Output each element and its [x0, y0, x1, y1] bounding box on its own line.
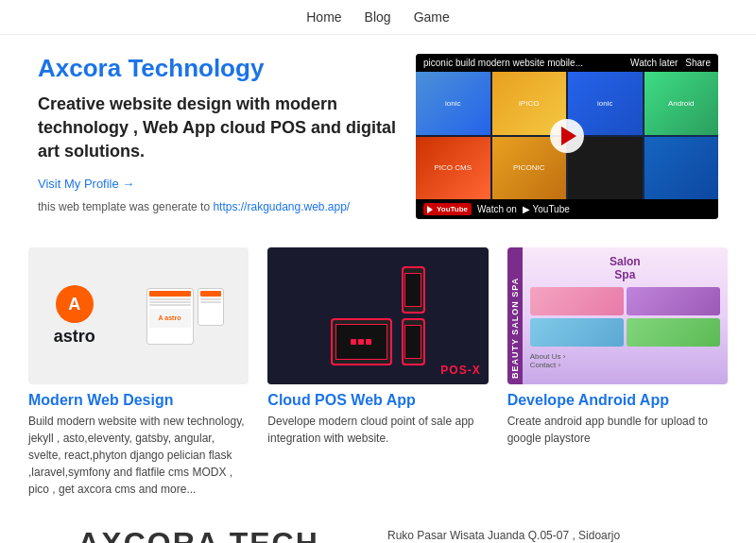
footer-contact: Ruko Pasar Wisata Juanda Q.05-07 , Sidoa…: [387, 526, 728, 543]
video-title: piconic build modern website mobile...: [423, 58, 630, 68]
video-container: piconic build modern website mobile... W…: [416, 54, 718, 219]
main-nav: Home Blog Game: [0, 0, 756, 35]
play-button[interactable]: [550, 119, 584, 153]
hero-title: Axcora Technology: [38, 54, 397, 83]
card-cloud-pos-desc: Develope modern cloud point of sale app …: [267, 413, 488, 447]
pos-phone-screen1: [404, 273, 421, 307]
pos-monitor-screen: [335, 324, 387, 360]
video-player[interactable]: piconic build modern website mobile... W…: [416, 54, 718, 219]
nav-game[interactable]: Game: [414, 9, 450, 25]
play-icon: [561, 127, 576, 145]
hero-section: Axcora Technology Creative website desig…: [0, 35, 756, 238]
salon-img2: [627, 287, 720, 315]
astro-screen-header: [149, 291, 191, 297]
hero-text: Axcora Technology Creative website desig…: [38, 54, 397, 213]
hero-tagline: Creative website design with modern tech…: [38, 93, 397, 164]
video-top-bar: piconic build modern website mobile... W…: [416, 54, 718, 72]
template-url-link[interactable]: https://rakgudang.web.app/: [213, 200, 350, 213]
video-bottom-bar: YouTube Watch on ▶ YouTube: [416, 199, 718, 219]
astro-mini-logo: A astro: [159, 314, 181, 321]
astro-small-line2: [200, 301, 221, 303]
astro-small-line1: [200, 298, 221, 300]
pos-phone-screen2: [404, 325, 421, 359]
card-android-desc: Create android app bundle for upload to …: [507, 413, 728, 447]
footer-address: Ruko Pasar Wisata Juanda Q.05-07 , Sidoa…: [387, 526, 728, 543]
salon-links: About Us › Contact ›: [530, 352, 720, 369]
template-note: this web template was generate to https:…: [38, 200, 397, 213]
card-modern-web-title: Modern Web Design: [28, 392, 249, 409]
astro-text: astro: [54, 327, 95, 347]
share-label[interactable]: Share: [685, 58, 711, 68]
salon-title: SalonSpa: [610, 255, 641, 281]
footer-logo: AXCORA TECH: [28, 526, 369, 543]
footer-section: AXCORA TECH Ruko Pasar Wisata Juanda Q.0…: [0, 507, 756, 543]
astro-small-screen: [198, 288, 224, 326]
card-modern-web-desc: Build modern website with new technology…: [28, 413, 249, 498]
salon-img4: [627, 318, 720, 347]
astro-logo: A: [56, 285, 94, 323]
watch-later-label[interactable]: Watch later: [630, 58, 678, 68]
salon-side-text: BEAUTY SALON SPA: [507, 247, 523, 384]
nav-home[interactable]: Home: [306, 9, 341, 25]
youtube-brand: ▶ YouTube: [523, 204, 570, 214]
pos-badge: POS-X: [440, 364, 480, 377]
pos-dot1: [351, 339, 356, 345]
visit-profile-link[interactable]: Visit My Profile →: [38, 177, 134, 191]
yt-play-icon: [427, 206, 433, 213]
youtube-logo: YouTube: [423, 203, 472, 215]
cards-section: A astro A astro: [0, 238, 756, 507]
pos-red-grid: [351, 339, 371, 345]
pos-dot2: [358, 339, 364, 345]
card-android-title: Develope Android App: [507, 392, 728, 409]
salon-right-content: SalonSpa About Us › Contact ›: [523, 247, 728, 384]
salon-img1: [530, 287, 624, 315]
card-modern-web: A astro A astro: [28, 247, 249, 498]
astro-screen-line1: [149, 298, 191, 300]
pos-monitor: [331, 318, 392, 365]
astro-small-header: [200, 291, 221, 297]
salon-img3: [530, 318, 624, 347]
youtube-text: YouTube: [437, 205, 468, 213]
nav-blog[interactable]: Blog: [365, 9, 391, 25]
card-android: BEAUTY SALON SPA SalonSpa About Us › Con…: [507, 247, 728, 498]
cell-android: Android: [644, 72, 719, 135]
pos-phone2: [402, 318, 425, 365]
cell-picocms: PICO CMS: [416, 137, 490, 200]
astro-screen-content: A astro: [149, 309, 191, 328]
watch-on-label: Watch on: [477, 204, 517, 214]
pos-devices: [331, 266, 425, 365]
pos-phone1: [402, 266, 425, 314]
footer-logo-text: AXCORA TECH: [77, 526, 318, 543]
astro-screen-line2: [149, 301, 191, 303]
video-actions: Watch later Share: [630, 58, 711, 68]
astro-logo-area: A astro: [54, 285, 95, 347]
card-cloud-pos-title: Cloud POS Web App: [267, 392, 488, 409]
pos-dot3: [366, 339, 371, 345]
card-cloud-pos: POS-X Cloud POS Web App Develope modern …: [267, 247, 488, 498]
card-modern-web-image: A astro A astro: [28, 247, 249, 384]
salon-link-contact: Contact ›: [530, 361, 720, 369]
card-android-image: BEAUTY SALON SPA SalonSpa About Us › Con…: [507, 247, 728, 384]
video-content[interactable]: ionic iPICO ionic Android PICO CMS PICON…: [416, 72, 718, 199]
cell-blue2: [644, 137, 719, 200]
astro-screen-line3: [149, 304, 191, 306]
card-pos-image: POS-X: [267, 247, 488, 384]
cell-ionic: ionic: [416, 72, 490, 135]
salon-link-about: About Us ›: [530, 352, 720, 361]
astro-big-screen: A astro: [146, 288, 194, 345]
astro-devices: A astro: [146, 288, 224, 345]
pos-phones: [402, 266, 425, 365]
salon-images: [530, 287, 720, 347]
